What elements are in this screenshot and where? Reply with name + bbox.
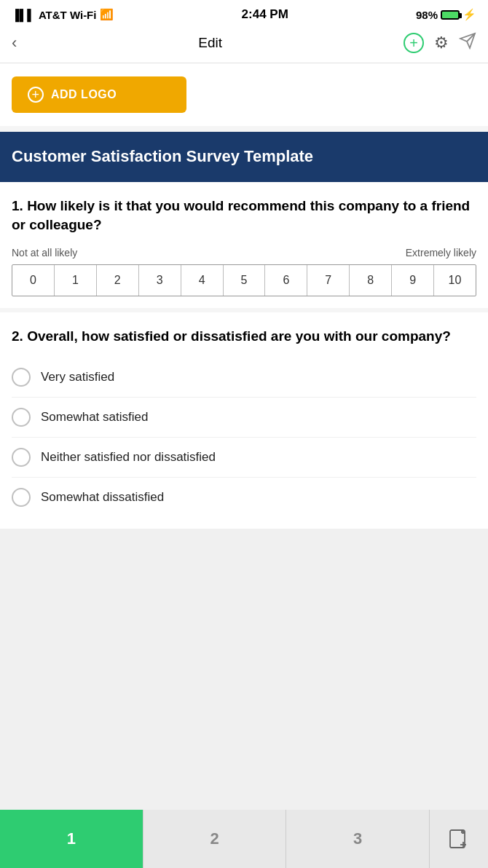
scale-cell-4[interactable]: 4	[181, 265, 224, 296]
scale-cell-3[interactable]: 3	[139, 265, 181, 296]
settings-button[interactable]: ⚙	[434, 33, 449, 52]
status-time: 2:44 PM	[242, 7, 288, 22]
main-content: + ADD LOGO Customer Satisfaction Survey …	[0, 63, 488, 529]
wifi-icon: 📶	[100, 8, 114, 21]
nav-bar: ‹ Edit + ⚙	[0, 26, 488, 63]
radio-label-2: Somewhat satisfied	[41, 410, 148, 425]
status-battery: 98% ⚡	[416, 8, 476, 21]
scale-cell-10[interactable]: 10	[434, 265, 476, 296]
add-page-button[interactable]	[430, 810, 488, 868]
status-bar: ▐▌▌ AT&T Wi-Fi 📶 2:44 PM 98% ⚡	[0, 0, 488, 26]
radio-circle-1[interactable]	[12, 368, 31, 387]
scale-cell-9[interactable]: 9	[392, 265, 434, 296]
question-1: 1. How likely is it that you would recom…	[0, 182, 488, 308]
radio-label-1: Very satisfied	[41, 370, 114, 384]
radio-circle-2[interactable]	[12, 408, 31, 427]
add-icon: +	[409, 35, 418, 52]
page-1-label: 1	[67, 829, 76, 848]
survey-title-section: Customer Satisfaction Survey Template	[0, 132, 488, 182]
radio-label-4: Somewhat dissatisfied	[41, 490, 164, 505]
battery-icon	[441, 10, 460, 20]
question-2-number: 2.	[12, 328, 27, 344]
page-tab-2[interactable]: 2	[143, 810, 287, 868]
survey-title: Customer Satisfaction Survey Template	[12, 146, 476, 167]
scale-cell-0[interactable]: 0	[12, 265, 55, 296]
carrier-label: AT&T Wi-Fi	[39, 9, 97, 21]
lightning-icon: ⚡	[463, 8, 476, 21]
page-tab-3[interactable]: 3	[286, 810, 430, 868]
scale-grid[interactable]: 0 1 2 3 4 5 6 7 8 9 10	[12, 264, 476, 296]
add-button[interactable]: +	[404, 33, 424, 53]
question-1-number: 1.	[12, 198, 27, 213]
page-3-label: 3	[353, 829, 362, 848]
question-1-text: 1. How likely is it that you would recom…	[12, 197, 476, 235]
bottom-bar: 1 2 3	[0, 810, 488, 868]
list-item[interactable]: Somewhat satisfied	[12, 398, 476, 438]
battery-percent: 98%	[416, 9, 438, 21]
page-tab-1[interactable]: 1	[0, 810, 143, 868]
scale-min-label: Not at all likely	[12, 247, 77, 259]
question-2: 2. Overall, how satisfied or dissatisfie…	[0, 312, 488, 529]
radio-label-3: Neither satisfied nor dissatisfied	[41, 450, 216, 465]
scale-cell-2[interactable]: 2	[97, 265, 139, 296]
scale-max-label: Extremely likely	[406, 247, 476, 259]
scale-labels: Not at all likely Extremely likely	[12, 247, 476, 259]
scale-cell-1[interactable]: 1	[55, 265, 97, 296]
list-item[interactable]: Very satisfied	[12, 358, 476, 398]
scale-cell-7[interactable]: 7	[307, 265, 350, 296]
list-item[interactable]: Somewhat dissatisfied	[12, 478, 476, 517]
page-title: Edit	[198, 35, 222, 51]
page-2-label: 2	[210, 829, 219, 848]
scale-cell-5[interactable]: 5	[224, 265, 266, 296]
radio-circle-4[interactable]	[12, 488, 31, 507]
logo-section: + ADD LOGO	[0, 63, 488, 126]
scale-cell-6[interactable]: 6	[265, 265, 307, 296]
nav-actions: + ⚙	[404, 32, 476, 54]
question-2-text: 2. Overall, how satisfied or dissatisfie…	[12, 327, 476, 347]
add-logo-button[interactable]: + ADD LOGO	[12, 76, 186, 113]
send-button[interactable]	[459, 32, 476, 54]
list-item[interactable]: Neither satisfied nor dissatisfied	[12, 438, 476, 478]
radio-options: Very satisfied Somewhat satisfied Neithe…	[12, 358, 476, 517]
back-button[interactable]: ‹	[12, 33, 17, 52]
add-logo-label: ADD LOGO	[51, 88, 117, 101]
add-logo-plus-icon: +	[28, 87, 44, 103]
radio-circle-3[interactable]	[12, 448, 31, 467]
scale-cell-8[interactable]: 8	[350, 265, 392, 296]
signal-icon: ▐▌▌	[12, 9, 35, 21]
status-carrier: ▐▌▌ AT&T Wi-Fi 📶	[12, 8, 114, 21]
